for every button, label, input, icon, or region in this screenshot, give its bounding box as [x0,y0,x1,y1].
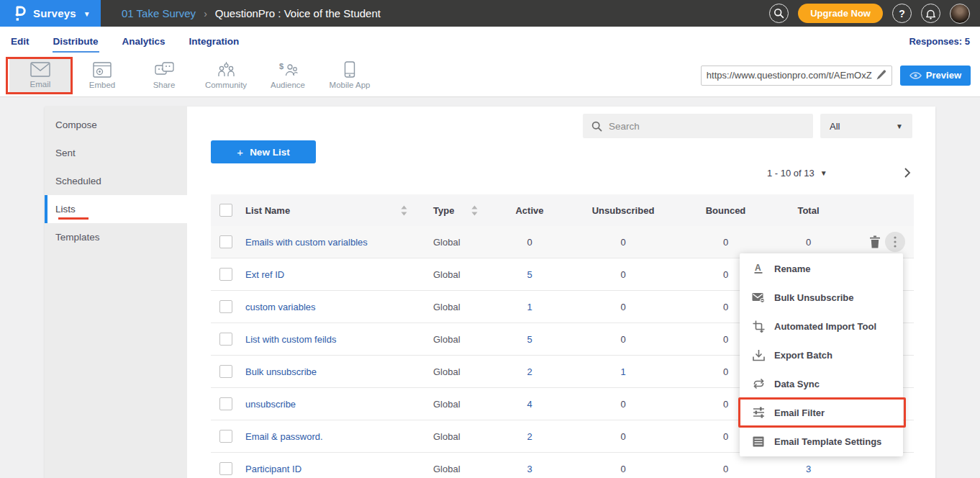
active-count[interactable]: 5 [494,334,566,345]
row-checkbox[interactable] [219,430,232,443]
tab-analytics[interactable]: Analytics [122,30,166,54]
sort-icon[interactable] [401,205,407,216]
svg-text:A: A [755,263,761,273]
list-type-value: Global [414,464,494,474]
unsubscribed-count[interactable]: 0 [566,269,681,280]
topbar: Surveys ▼ 01 Take Survey › QuestionPro :… [0,0,980,27]
list-name-link[interactable]: custom variables [245,302,414,312]
channel-share[interactable]: Share [133,57,195,94]
unsubscribed-count[interactable]: 0 [566,302,681,312]
list-search-input[interactable] [609,121,804,132]
preview-button[interactable]: Preview [900,66,971,86]
new-list-button[interactable]: + New List [211,140,316,163]
bounced-count[interactable]: 0 [681,464,771,474]
sidebar-item-scheduled[interactable]: Scheduled [45,167,187,195]
channel-mobile-app[interactable]: Mobile App [319,57,381,94]
channel-community[interactable]: Community [195,57,257,94]
unsubscribed-count[interactable]: 0 [566,334,681,345]
row-checkbox[interactable] [219,462,232,475]
column-header-list-name[interactable]: List Name [245,205,290,216]
table-row: Participant ID Global 3 0 0 3 [211,453,914,478]
list-name-link[interactable]: Email & password. [245,431,414,442]
channel-embed[interactable]: Embed [71,57,133,94]
list-name-link[interactable]: Bulk unsubscribe [245,366,414,377]
next-page-button[interactable] [904,167,911,179]
active-count[interactable]: 2 [494,431,566,442]
row-checkbox[interactable] [219,235,232,248]
user-avatar[interactable] [950,4,970,24]
sidebar-item-templates[interactable]: Templates [45,223,187,251]
menu-item-rename[interactable]: A Rename [740,254,903,283]
active-count[interactable]: 3 [494,464,566,474]
tab-integration[interactable]: Integration [189,30,240,54]
delete-list-button[interactable] [869,235,881,248]
menu-item-email-filter[interactable]: Email Filter [740,398,903,427]
menu-item-automated-import-tool-label: Automated Import Tool [774,321,876,332]
email-icon [30,62,50,77]
annotation-underline-lists [58,217,89,220]
total-count[interactable]: 3 [771,464,846,474]
active-count[interactable]: 4 [494,399,566,410]
sidebar-item-lists[interactable]: Lists [45,195,187,223]
unsubscribed-count[interactable]: 0 [566,464,681,474]
list-name-link[interactable]: Ext ref ID [245,269,414,280]
unsubscribed-count[interactable]: 0 [566,399,681,410]
list-name-link[interactable]: Participant ID [245,464,414,474]
list-name-link[interactable]: Emails with custom varialbles [245,237,414,248]
list-name-link[interactable]: unsubscribe [245,399,414,410]
column-header-active: Active [494,205,566,216]
row-checkbox[interactable] [219,300,232,313]
column-header-type[interactable]: Type [433,205,454,216]
distribute-toolbar: Email Embed Share Community [0,54,980,97]
row-checkbox[interactable] [219,397,232,410]
unsubscribed-count[interactable]: 1 [566,366,681,377]
sidebar-item-sent[interactable]: Sent [45,139,187,167]
menu-item-bulk-unsubscribe[interactable]: Bulk Unsubscribe [740,283,903,312]
active-count[interactable]: 2 [494,366,566,377]
sidebar-item-compose[interactable]: Compose [45,111,187,139]
list-filter-dropdown[interactable]: All ▼ [820,114,912,138]
list-name-link[interactable]: List with custom feilds [245,334,414,345]
surveys-menu[interactable]: Surveys ▼ [0,0,101,27]
channel-email[interactable]: Email [9,57,71,94]
active-count[interactable]: 5 [494,269,566,280]
automated-import-icon [752,320,765,333]
email-filter-icon [752,406,765,419]
tab-edit[interactable]: Edit [10,30,30,54]
select-all-checkbox[interactable] [219,204,232,217]
row-menu-button[interactable] [885,232,905,252]
channel-audience[interactable]: $ Audience [257,57,319,94]
chevron-down-icon: ▼ [896,122,903,130]
pagination-range[interactable]: 1 - 10 of 13 [767,168,815,179]
help-button[interactable]: ? [892,4,912,23]
active-count[interactable]: 1 [494,302,566,312]
breadcrumb-separator: › [204,8,207,19]
menu-item-data-sync[interactable]: Data Sync [740,369,903,398]
row-checkbox[interactable] [219,365,232,378]
tab-distribute[interactable]: Distribute [53,30,99,53]
chevron-down-icon[interactable]: ▼ [820,169,827,177]
unsubscribed-count[interactable]: 0 [566,431,681,442]
menu-item-rename-label: Rename [774,263,811,274]
unsubscribed-count[interactable]: 0 [566,237,681,248]
edit-pencil-icon[interactable] [876,70,886,81]
total-count[interactable]: 0 [771,237,846,248]
sort-icon[interactable] [471,205,478,216]
active-count[interactable]: 0 [494,237,566,248]
channel-community-label: Community [205,81,247,89]
search-icon [773,8,784,19]
bell-icon [925,8,936,19]
upgrade-now-button[interactable]: Upgrade Now [798,4,883,23]
survey-url-input[interactable] [707,70,872,81]
row-checkbox[interactable] [219,268,232,281]
notifications-button[interactable] [921,4,940,23]
breadcrumb-survey-link[interactable]: 01 Take Survey [122,7,196,19]
menu-item-bulk-unsubscribe-label: Bulk Unsubscribe [774,292,854,303]
menu-item-export-batch[interactable]: Export Batch [740,341,903,369]
menu-item-email-template-settings[interactable]: Email Template Settings [740,427,903,456]
menu-item-automated-import-tool[interactable]: Automated Import Tool [740,312,903,341]
breadcrumb-title: QuestionPro : Voice of the Student [215,7,381,19]
bounced-count[interactable]: 0 [681,237,771,248]
row-checkbox[interactable] [219,333,232,346]
search-button[interactable] [769,4,789,23]
